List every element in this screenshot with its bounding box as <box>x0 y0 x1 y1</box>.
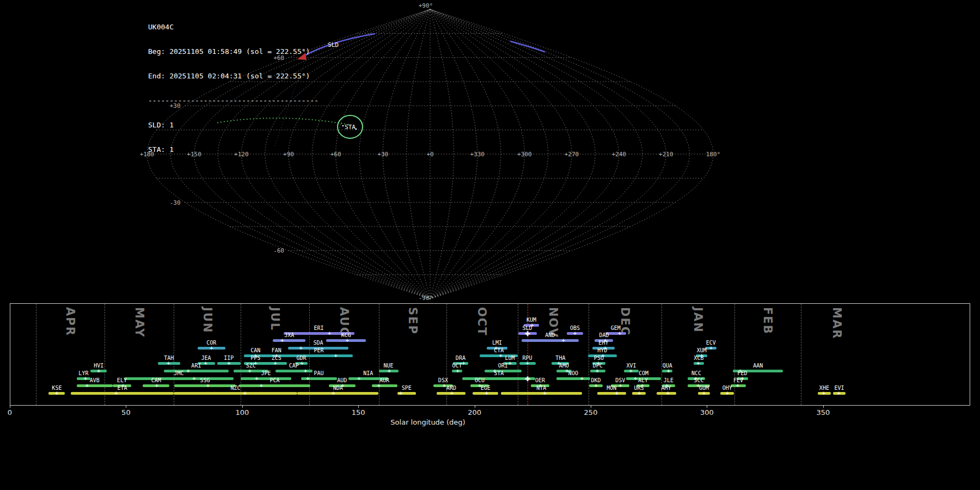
shower-activity-bar <box>522 339 579 342</box>
shower-peak-marker: + <box>595 368 599 374</box>
shower-peak-marker: + <box>618 330 622 336</box>
sta-radiant-dot <box>356 128 357 130</box>
shower-code-label: NZC <box>231 385 241 391</box>
shower-peak-marker: + <box>638 390 641 396</box>
shower-code-label: JXA <box>284 333 294 338</box>
x-axis-tick-label: 350 <box>816 408 830 416</box>
shower-peak-marker: + <box>114 390 118 396</box>
month-label: OCT <box>475 307 488 336</box>
shower-peak-marker: + <box>204 360 207 366</box>
shower-activity-bar <box>285 354 353 357</box>
shower-peak-marker: + <box>462 360 465 366</box>
shower-code-label: AAN <box>753 363 763 369</box>
shower-code-label: AVB <box>90 378 100 383</box>
x-axis-tick-label: 0 <box>8 408 12 416</box>
shower-peak-marker: + <box>822 390 825 396</box>
shower-code-label: JPE <box>261 371 271 376</box>
month-label: MAR <box>830 307 843 339</box>
shower-peak-marker: + <box>243 390 247 396</box>
shower-activity-bar <box>124 377 234 380</box>
shower-peak-marker: + <box>304 368 308 374</box>
observation-header: UK004C Beg: 20251105 01:58:49 (sol = 222… <box>148 7 318 170</box>
shower-peak-marker: + <box>615 390 619 396</box>
shower-peak-marker: + <box>525 360 529 366</box>
shower-peak-marker: + <box>206 383 210 389</box>
map-longitude-label: +240 <box>611 151 626 158</box>
shower-code-label: STA <box>494 371 504 376</box>
x-axis-tick <box>358 406 359 408</box>
shower-activity-bar <box>241 377 292 380</box>
map-longitude-label: +210 <box>659 151 673 158</box>
month-label: JAN <box>691 307 705 333</box>
radiant-sky-map: +180+150+120+90+60+30+0+330+300+270+240+… <box>0 0 980 303</box>
shower-peak-marker: + <box>702 390 706 396</box>
month-boundary-line <box>518 304 518 405</box>
shower-peak-marker: + <box>155 383 159 389</box>
shower-code-label: COM <box>639 371 648 376</box>
shower-activity-bar <box>297 392 378 395</box>
shower-activity-bar <box>174 392 297 395</box>
shower-peak-marker: + <box>84 376 88 382</box>
x-axis-tick-label: 300 <box>700 408 714 416</box>
shower-peak-marker: + <box>573 330 577 336</box>
x-axis-tick <box>823 406 824 408</box>
shower-activity-bar <box>71 392 174 395</box>
x-axis-tick <box>707 406 707 408</box>
shower-peak-marker: + <box>387 368 391 374</box>
shower-code-label: SPE <box>402 385 412 391</box>
x-axis-tick-label: 250 <box>584 408 598 416</box>
shower-code-label: PCA <box>270 378 279 383</box>
shower-code-label: ARI <box>191 363 201 369</box>
shower-peak-marker: + <box>328 330 332 336</box>
shower-peak-marker: + <box>594 383 598 389</box>
shower-peak-marker: + <box>696 360 700 366</box>
shower-activity-bar <box>174 384 236 387</box>
shower-peak-marker: + <box>55 390 59 396</box>
sta-radiant-dot <box>342 125 344 127</box>
shower-activity-bar <box>556 377 590 380</box>
map-north-pole-label: +90° <box>419 2 433 9</box>
map-longitude-label: +30 <box>377 151 388 158</box>
month-boundary-line <box>105 304 105 405</box>
shower-peak-marker: + <box>666 390 670 396</box>
shower-peak-marker: + <box>332 390 335 396</box>
shower-peak-marker: + <box>837 390 841 396</box>
shower-code-label: SDA <box>313 340 323 346</box>
map-south-pole-label: -90° <box>419 295 433 302</box>
x-axis-tick <box>475 406 475 408</box>
x-axis-tick <box>126 406 126 408</box>
shower-activity-bar <box>77 384 113 387</box>
month-label: SEP <box>406 307 419 335</box>
shower-activity-bar <box>597 392 626 395</box>
month-boundary-line <box>36 304 36 405</box>
shower-code-label: NOO <box>568 371 578 376</box>
x-axis-tick <box>10 406 10 408</box>
x-axis-tick-label: 150 <box>352 408 365 416</box>
shower-peak-marker: + <box>485 390 489 396</box>
sld-count-line: SLD: 1 <box>148 121 318 129</box>
x-axis-tick-label: 50 <box>121 408 131 416</box>
month-label: JUL <box>268 307 281 331</box>
shower-activity-bar <box>239 384 310 387</box>
shower-peak-marker: + <box>456 368 460 374</box>
begin-time-line: Beg: 20251105 01:58:49 (sol = 222.55°) <box>148 47 318 56</box>
month-label: JUN <box>201 307 214 333</box>
month-label: APR <box>64 307 77 336</box>
shower-peak-marker: + <box>377 383 381 389</box>
sta-count-line: STA: 1 <box>148 145 318 154</box>
sta-map-label: STA <box>345 124 356 131</box>
month-boundary-line <box>801 304 801 405</box>
shower-peak-marker: + <box>561 338 565 344</box>
map-longitude-label: +60 <box>330 151 341 158</box>
shower-peak-marker: + <box>248 368 252 374</box>
shower-activity-bar <box>372 384 397 387</box>
shower-peak-marker: + <box>186 368 190 374</box>
map-longitude-label: 180° <box>706 151 721 158</box>
shower-peak-marker: + <box>709 345 713 351</box>
map-longitude-label: +0 <box>426 151 433 158</box>
shower-code-label: NIA <box>363 371 373 376</box>
shower-peak-marker-active: + <box>525 376 530 382</box>
shower-code-label: ETA <box>117 385 127 391</box>
shower-code-label: AUR <box>379 378 389 383</box>
shower-code-label: ORI <box>498 363 508 369</box>
